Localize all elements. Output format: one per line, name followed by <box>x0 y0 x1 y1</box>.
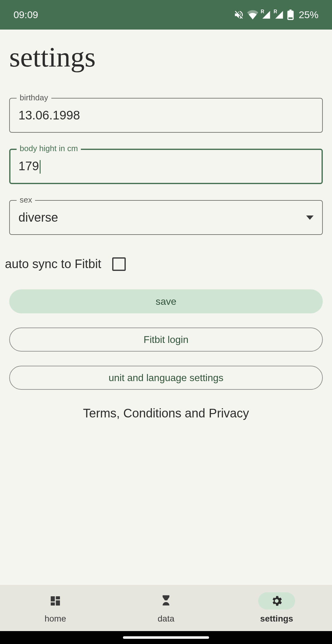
sex-value: diverse <box>18 211 306 224</box>
autosync-row[interactable]: auto sync to Fitbit <box>5 257 323 271</box>
nav-settings[interactable]: settings <box>221 585 332 631</box>
nav-settings-label: settings <box>260 614 293 624</box>
birthday-value: 13.06.1998 <box>18 108 80 122</box>
page-title: settings <box>9 41 323 73</box>
nav-home-label: home <box>45 614 66 624</box>
home-indicator[interactable] <box>123 636 209 639</box>
mute-icon <box>234 10 244 20</box>
wifi-icon <box>247 10 258 19</box>
data-icon <box>159 594 173 608</box>
birthday-label: birthday <box>17 93 51 103</box>
text-cursor <box>40 160 41 174</box>
nav-home[interactable]: home <box>0 585 111 631</box>
sex-label: sex <box>17 195 35 205</box>
home-icon <box>49 595 61 607</box>
terms-link[interactable]: Terms, Conditions and Privacy <box>9 406 323 420</box>
chevron-down-icon <box>306 215 314 220</box>
sex-field[interactable]: diverse sex <box>9 200 323 235</box>
autosync-checkbox[interactable] <box>112 257 126 271</box>
bottom-nav: home data settings <box>0 585 332 631</box>
nav-data-label: data <box>158 614 175 624</box>
birthday-field[interactable]: 13.06.1998 birthday <box>9 98 323 133</box>
fitbit-login-button[interactable]: Fitbit login <box>9 328 323 352</box>
height-field[interactable]: 179 body hight in cm <box>9 149 323 184</box>
battery-text: 25% <box>299 9 318 21</box>
status-icons: R R 25% <box>234 9 318 21</box>
content: settings 13.06.1998 birthday 179 body hi… <box>0 30 332 585</box>
save-button[interactable]: save <box>9 289 323 313</box>
gear-icon <box>270 594 283 607</box>
status-bar: 09:09 R R 25% <box>0 0 332 30</box>
autosync-label: auto sync to Fitbit <box>5 257 101 271</box>
battery-icon <box>287 10 294 20</box>
nav-data[interactable]: data <box>111 585 221 631</box>
unit-language-button[interactable]: unit and language settings <box>9 366 323 390</box>
system-nav-bar <box>0 631 332 644</box>
height-label: body hight in cm <box>17 144 81 153</box>
status-time: 09:09 <box>14 9 38 21</box>
height-value: 179 <box>18 159 41 173</box>
